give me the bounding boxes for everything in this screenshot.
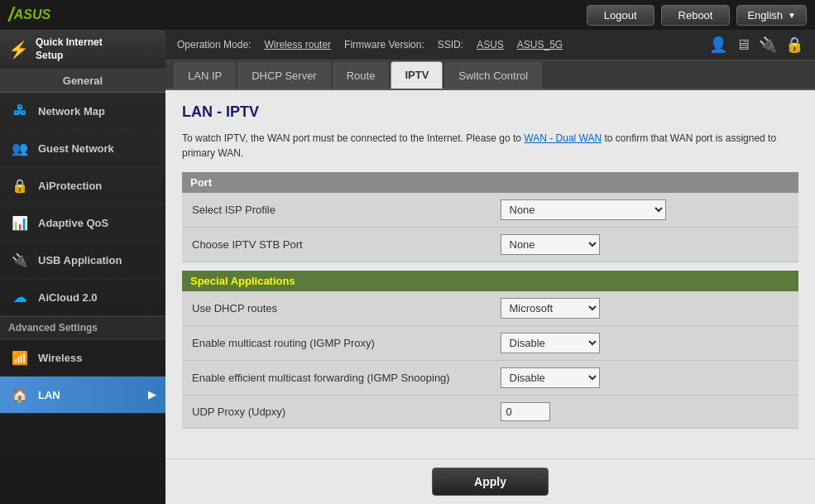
apply-button[interactable]: Apply <box>432 468 549 496</box>
sidebar-item-usb-application[interactable]: 🔌 USB Application <box>0 242 165 279</box>
content-area: Operation Mode: Wireless router Firmware… <box>165 30 815 504</box>
aiprotection-icon: 🔒 <box>10 175 30 195</box>
tab-lan-ip[interactable]: LAN IP <box>174 62 236 89</box>
dhcp-routes-select[interactable]: Microsoft No Yes <box>501 298 600 319</box>
sidebar-item-adaptive-qos[interactable]: 📊 Adaptive QoS <box>0 204 165 242</box>
monitor-icon[interactable]: 🖥 <box>736 36 750 54</box>
sidebar: ⚡ Quick InternetSetup General 🖧 Network … <box>0 30 165 504</box>
table-row: Enable efficient multicast forwarding (I… <box>182 361 798 396</box>
user-icon[interactable]: 👤 <box>709 36 727 54</box>
lan-icon: 🏠 <box>10 385 30 405</box>
table-row: Use DHCP routes Microsoft No Yes <box>182 291 798 326</box>
multicast-select[interactable]: Disable Enable <box>501 333 600 353</box>
multicast-label: Enable multicast routing (IGMP Proxy) <box>182 326 491 361</box>
page-content: LAN - IPTV To watch IPTV, the WAN port m… <box>165 90 815 458</box>
table-row: Choose IPTV STB Port None LAN1 LAN2 LAN3… <box>182 228 798 262</box>
wireless-icon: 📶 <box>10 348 30 367</box>
reboot-button[interactable]: Reboot <box>661 5 731 26</box>
dhcp-routes-label: Use DHCP routes <box>182 291 491 326</box>
port-section-header: Port <box>182 172 798 193</box>
udp-proxy-input[interactable] <box>501 402 550 421</box>
stb-port-select[interactable]: None LAN1 LAN2 LAN3 LAN4 <box>501 234 600 255</box>
isp-profile-select[interactable]: None Manual Russia IPTV Other <box>501 199 666 220</box>
top-buttons: Logout Reboot English ▼ <box>587 5 807 26</box>
sidebar-item-label: LAN <box>38 389 60 401</box>
firmware-label: Firmware Version: <box>344 39 424 50</box>
bottom-bar: Apply <box>165 458 815 504</box>
quick-setup-icon: ⚡ <box>8 40 29 60</box>
main-layout: ⚡ Quick InternetSetup General 🖧 Network … <box>0 30 815 504</box>
sidebar-item-guest-network[interactable]: 👥 Guest Network <box>0 130 165 167</box>
table-row: UDP Proxy (Udpxy) <box>182 396 798 429</box>
ssid-label: SSID: <box>438 39 463 50</box>
usb-icon: 🔌 <box>10 250 30 270</box>
general-section-header: General <box>0 70 165 93</box>
tab-route[interactable]: Route <box>333 62 390 89</box>
logout-button[interactable]: Logout <box>587 5 654 26</box>
sidebar-item-label: USB Application <box>38 254 122 266</box>
operation-info: Operation Mode: Wireless router Firmware… <box>177 39 563 50</box>
tab-switch-control[interactable]: Switch Control <box>444 62 542 89</box>
multicast-fwd-label: Enable efficient multicast forwarding (I… <box>182 361 491 396</box>
ssid-5g-value[interactable]: ASUS_5G <box>517 39 563 50</box>
language-label: English <box>747 9 783 22</box>
isp-profile-label: Select ISP Profile <box>182 193 491 228</box>
guest-network-icon: 👥 <box>10 138 30 158</box>
sidebar-item-wireless[interactable]: 📶 Wireless <box>0 339 165 377</box>
logo-text: / <box>8 3 14 26</box>
sidebar-item-quick-setup[interactable]: ⚡ Quick InternetSetup <box>0 30 165 70</box>
network-map-icon: 🖧 <box>10 101 30 121</box>
sidebar-item-label: AiCloud 2.0 <box>38 291 98 304</box>
ssid-value[interactable]: ASUS <box>477 39 504 50</box>
advanced-settings-header: Advanced Settings <box>0 316 165 339</box>
sidebar-item-lan[interactable]: 🏠 LAN <box>0 377 165 414</box>
operation-mode-label: Operation Mode: <box>177 39 251 50</box>
chevron-down-icon: ▼ <box>788 11 796 20</box>
lock-icon[interactable]: 🔒 <box>785 36 803 54</box>
tab-iptv[interactable]: IPTV <box>391 61 443 89</box>
table-row: Enable multicast routing (IGMP Proxy) Di… <box>182 326 798 361</box>
operation-mode-value[interactable]: Wireless router <box>264 39 331 50</box>
udp-proxy-label: UDP Proxy (Udpxy) <box>182 396 491 429</box>
tabs-bar: LAN IP DHCP Server Route IPTV Switch Con… <box>165 61 815 90</box>
info-text-pre: To watch IPTV, the WAN port must be conn… <box>182 132 524 144</box>
sidebar-item-label: Guest Network <box>38 142 114 155</box>
cloud-icon: ☁ <box>10 287 30 307</box>
info-text: To watch IPTV, the WAN port must be conn… <box>182 131 798 161</box>
table-row: Select ISP Profile None Manual Russia IP… <box>182 193 798 228</box>
stb-port-label: Choose IPTV STB Port <box>182 228 491 262</box>
sidebar-item-network-map[interactable]: 🖧 Network Map <box>0 93 165 130</box>
adaptive-qos-icon: 📊 <box>10 213 30 233</box>
usb-header-icon[interactable]: 🔌 <box>759 36 777 54</box>
header-icons: 👤 🖥 🔌 🔒 <box>709 36 803 54</box>
sidebar-item-label: Adaptive QoS <box>38 217 108 229</box>
sidebar-item-aicloud[interactable]: ☁ AiCloud 2.0 <box>0 279 165 316</box>
content-header: Operation Mode: Wireless router Firmware… <box>165 30 815 61</box>
logo-text2: ASUS <box>14 7 50 22</box>
multicast-fwd-select[interactable]: Disable Enable <box>501 367 600 388</box>
page-title: LAN - IPTV <box>182 103 798 121</box>
wan-dual-wan-link[interactable]: WAN - Dual WAN <box>524 132 602 144</box>
sidebar-item-label: AiProtection <box>38 180 102 192</box>
language-button[interactable]: English ▼ <box>736 5 807 26</box>
top-bar: / ASUS Logout Reboot English ▼ <box>0 0 815 30</box>
sidebar-item-label: Network Map <box>38 105 105 118</box>
tab-dhcp-server[interactable]: DHCP Server <box>237 62 331 89</box>
port-table: Select ISP Profile None Manual Russia IP… <box>182 193 798 262</box>
asus-logo: / ASUS <box>8 3 50 26</box>
quick-setup-label: Quick InternetSetup <box>36 36 103 62</box>
sidebar-item-aiprotection[interactable]: 🔒 AiProtection <box>0 167 165 204</box>
special-section-header: Special Applications <box>182 271 798 291</box>
special-table: Use DHCP routes Microsoft No Yes Enable … <box>182 291 798 429</box>
sidebar-item-label: Wireless <box>38 352 82 364</box>
